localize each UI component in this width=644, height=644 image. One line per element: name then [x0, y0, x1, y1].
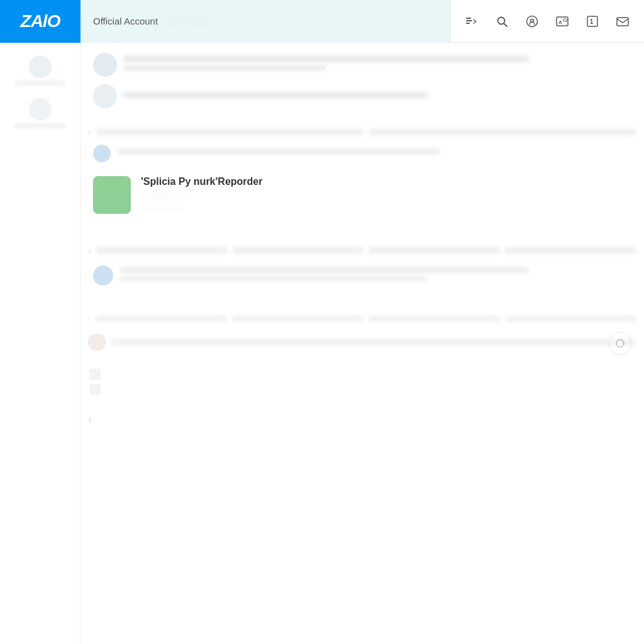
top-list-section: [80, 43, 644, 122]
svg-point-3: [498, 17, 505, 24]
zalo-logo: ZAlO: [21, 11, 60, 31]
header-icons: A 1: [450, 0, 644, 43]
main-layout: ‹ 'Splicia Py nurk'Reporder ·· ·········…: [0, 43, 644, 644]
text-line-1: [123, 56, 530, 62]
section-row-1: ‹: [80, 122, 644, 142]
spacer-1: [80, 291, 644, 309]
section-blur-4: [233, 247, 364, 253]
small-icon-2: [89, 384, 101, 395]
left-panel-item-2: [0, 92, 80, 135]
avatar-2: [93, 84, 117, 108]
svg-text:A: A: [558, 19, 562, 25]
left-avatar-1: [29, 55, 52, 78]
sub-text-2: [119, 276, 426, 281]
text-line-3: [123, 92, 428, 98]
svg-text:1: 1: [590, 18, 594, 25]
avatar-1: [93, 53, 117, 77]
logo-area: ZAlO: [0, 0, 80, 43]
featured-content: 'Splicia Py nurk'Reporder ·· ···········…: [141, 176, 631, 215]
search-bar[interactable]: Official Account ·· ············ ·····: [80, 0, 450, 43]
notification-badge-icon: 1: [586, 14, 599, 28]
svg-rect-12: [617, 18, 628, 26]
featured-subtitle-2: ·· ···············: [141, 203, 484, 213]
svg-point-5: [527, 16, 538, 26]
left-label-2: [14, 123, 66, 128]
section-blur-5: [369, 247, 500, 253]
bottom-blur-2: [232, 316, 364, 322]
security-icon-button[interactable]: [518, 8, 546, 35]
chevron-left-icon-2: ‹: [88, 245, 91, 255]
left-label-1: [14, 80, 66, 86]
section-blur-1: [96, 129, 364, 135]
media-icon-button[interactable]: A: [548, 8, 576, 35]
text-line-2: [123, 65, 326, 70]
sub-text-1: [119, 267, 529, 273]
bottom-avatar-1: [88, 333, 106, 351]
svg-rect-2: [466, 23, 470, 24]
svg-rect-1: [466, 20, 472, 21]
media-icon: A: [555, 14, 569, 28]
bottom-row-1: ‹: [80, 309, 644, 328]
featured-title: 'Splicia Py nurk'Reporder: [141, 176, 631, 187]
sub-item-row-1: [80, 260, 644, 291]
icon-row-text-1: [117, 149, 440, 155]
sub-avatar-1: [93, 265, 113, 286]
search-input-wrapper: Official Account ·· ············ ·····: [93, 16, 437, 26]
left-panel: [0, 43, 80, 644]
section-blur-2: [369, 129, 636, 135]
featured-avatar: [93, 176, 131, 214]
search-blur-content: ·· ············ ·····: [164, 16, 437, 26]
item-text-2: [123, 92, 631, 101]
sub-item-text-1: [119, 267, 631, 284]
svg-line-4: [504, 23, 508, 26]
icon-row-1: [80, 142, 644, 165]
section-blur-3: [96, 247, 228, 253]
featured-subtitle: ·· ············ ·····: [141, 191, 631, 201]
bottom-blur-1: [96, 316, 227, 322]
featured-message: 'Splicia Py nurk'Reporder ·· ···········…: [93, 176, 631, 215]
bottom-icon-section: [80, 356, 644, 401]
chevron-left-icon-3: ‹: [88, 314, 91, 323]
search-icon: [495, 14, 509, 28]
chevron-left-icon-final: ‹: [88, 413, 92, 426]
bottom-blur-4: [505, 316, 636, 322]
security-icon: [525, 14, 539, 28]
bottom-blur-5: [111, 339, 636, 345]
chevron-left-icon-1: ‹: [88, 127, 91, 137]
search-icon-button[interactable]: [488, 8, 516, 35]
left-panel-item-1: [0, 49, 80, 92]
list-item-1: [93, 53, 631, 77]
section-blur-6: [505, 247, 636, 253]
notification-icon-button[interactable]: 1: [579, 8, 606, 35]
item-text-1: [123, 56, 631, 74]
header: ZAlO Official Account ·· ············ ··…: [0, 0, 644, 43]
contacts-icon-button[interactable]: [458, 8, 486, 35]
mail-icon: [616, 14, 630, 28]
search-label: Official Account: [93, 16, 158, 26]
mail-icon-button[interactable]: [609, 8, 636, 35]
contacts-icon: [465, 14, 479, 28]
small-avatar-1: [93, 145, 111, 162]
svg-rect-9: [564, 19, 567, 21]
section-row-final: ‹: [80, 408, 644, 431]
list-item-2: [93, 84, 631, 108]
content-area: ‹ 'Splicia Py nurk'Reporder ·· ·········…: [80, 43, 644, 644]
featured-section: 'Splicia Py nurk'Reporder ·· ···········…: [80, 165, 644, 234]
svg-rect-0: [466, 18, 471, 19]
bottom-row-2: [80, 328, 644, 356]
left-avatar-2: [29, 98, 52, 121]
small-icon-1: [89, 369, 101, 380]
bottom-blur-3: [369, 316, 500, 322]
section-row-2: ‹: [80, 240, 644, 260]
